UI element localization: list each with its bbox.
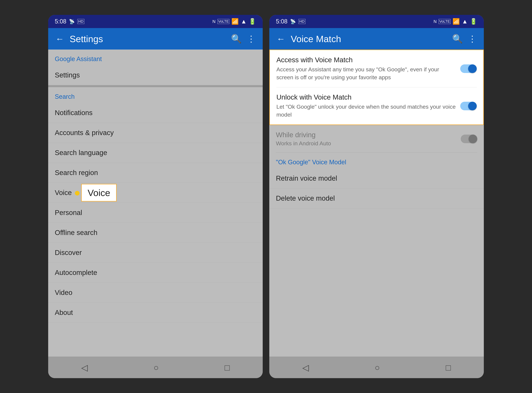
driving-text: While driving Works in Android Auto [276,131,331,147]
settings-item-about[interactable]: About [48,303,263,323]
signal-icon: ▲ [241,18,247,25]
driving-subtitle: Works in Android Auto [276,140,331,147]
settings-item-video[interactable]: Video [48,283,263,303]
settings-item-settings[interactable]: Settings [48,65,263,85]
unlock-toggle[interactable] [460,102,477,110]
unlock-voice-match-item[interactable]: Unlock with Voice Match Let "Ok Google" … [270,87,483,124]
status-bar-2: 5:08 📡 HD N VoLTE 📶 ▲ 🔋 [269,15,484,28]
settings-item-personal[interactable]: Personal [48,203,263,223]
settings-item-search-language[interactable]: Search language [48,143,263,163]
status-icon-sim-2: 📡 [290,19,296,24]
voice-popup-text: Voice [88,188,110,198]
nfc-icon: N [212,19,216,24]
status-right-1: N VoLTE 📶 ▲ 🔋 [212,18,256,25]
nav-recents-2[interactable]: □ [446,363,451,373]
settings-item-offline[interactable]: Offline search [48,223,263,243]
settings-item-voice[interactable]: Voice Voice [48,183,263,203]
unlock-toggle-thumb [468,102,477,110]
voice-match-title: Voice Match [291,34,448,44]
nav-recents-1[interactable]: □ [225,363,230,373]
more-button-settings[interactable]: ⋮ [246,34,256,44]
app-bar-settings: ← Settings 🔍 ⋮ [48,28,263,49]
voice-label: Voice [55,189,72,196]
unlock-voice-match-text: Unlock with Voice Match Let "Ok Google" … [276,93,456,118]
status-left-2: 5:08 📡 HD [276,18,305,25]
delete-voice-model[interactable]: Delete voice model [269,188,484,208]
settings-title: Settings [70,34,226,44]
search-header: Search [48,87,263,103]
yellow-dot-indicator [75,191,80,196]
access-voice-match-card: Access with Voice Match Access your Assi… [269,49,484,125]
volte-icon: VoLTE [218,19,229,24]
status-right-2: N VoLTE 📶 ▲ 🔋 [434,18,477,25]
nav-home-1[interactable]: ○ [154,363,159,373]
access-toggle-thumb [468,64,477,73]
settings-item-autocomplete[interactable]: Autocomplete [48,263,263,283]
access-voice-match-text: Access with Voice Match Access your Assi… [276,56,456,81]
voice-model-label: "Ok Google" Voice Model [276,159,346,166]
battery-icon: 🔋 [249,18,256,25]
signal-icon-2: ▲ [462,18,468,25]
app-bar-voice-match: ← Voice Match 🔍 ⋮ [269,28,484,49]
driving-title: While driving [276,131,331,139]
nav-home-2[interactable]: ○ [375,363,380,373]
status-bar-1: 5:08 📡 HD N VoLTE 📶 ▲ 🔋 [48,15,263,28]
access-voice-match-title: Access with Voice Match [276,56,456,64]
access-voice-match-desc: Access your Assistant any time you say "… [276,66,456,81]
voice-model-header: "Ok Google" Voice Model [269,153,484,168]
access-toggle[interactable] [460,64,477,73]
retrain-label: Retrain voice model [276,174,337,182]
nav-bar-2: ◁ ○ □ [269,357,484,378]
status-icon-hd: HD [77,19,84,24]
battery-icon-2: 🔋 [470,18,477,25]
settings-item-accounts[interactable]: Accounts & privacy [48,123,263,143]
status-left-1: 5:08 📡 HD [55,18,84,25]
volte-icon-2: VoLTE [439,19,450,24]
unlock-voice-match-desc: Let "Ok Google" unlock your device when … [276,103,456,118]
driving-item[interactable]: While driving Works in Android Auto [269,125,484,152]
voice-match-content: Access with Voice Match Access your Assi… [269,49,484,357]
settings-phone: 5:08 📡 HD N VoLTE 📶 ▲ 🔋 ← Settings 🔍 ⋮ G… [48,15,263,378]
wifi-icon: 📶 [231,18,239,25]
search-button-voice-match[interactable]: 🔍 [452,34,462,44]
voice-popup: Voice [81,184,117,202]
driving-toggle[interactable] [461,135,477,143]
time-2: 5:08 [276,18,287,25]
settings-item-notifications[interactable]: Notifications [48,103,263,123]
status-icon-hd-2: HD [299,19,305,24]
nav-bar-1: ◁ ○ □ [48,357,263,378]
unlock-voice-match-title: Unlock with Voice Match [276,93,456,101]
wifi-icon-2: 📶 [452,18,460,25]
search-button-settings[interactable]: 🔍 [231,34,241,44]
settings-item-discover[interactable]: Discover [48,243,263,263]
back-button-voice-match[interactable]: ← [276,34,286,44]
status-icon-sim: 📡 [69,19,75,24]
voice-match-phone: 5:08 📡 HD N VoLTE 📶 ▲ 🔋 ← Voice Match 🔍 … [269,15,484,378]
delete-label: Delete voice model [276,194,335,202]
nav-back-1[interactable]: ◁ [81,363,88,373]
back-button-settings[interactable]: ← [55,34,65,44]
nav-back-2[interactable]: ◁ [302,363,309,373]
nfc-icon-2: N [434,19,437,24]
driving-toggle-thumb [469,135,477,143]
time-1: 5:08 [55,18,66,25]
access-voice-match-item[interactable]: Access with Voice Match Access your Assi… [270,50,483,87]
more-button-voice-match[interactable]: ⋮ [467,34,477,44]
google-assistant-header: Google Assistant [48,49,263,65]
retrain-voice-model[interactable]: Retrain voice model [269,168,484,188]
settings-content: Google Assistant Settings Search Notific… [48,49,263,357]
settings-item-search-region[interactable]: Search region [48,163,263,183]
